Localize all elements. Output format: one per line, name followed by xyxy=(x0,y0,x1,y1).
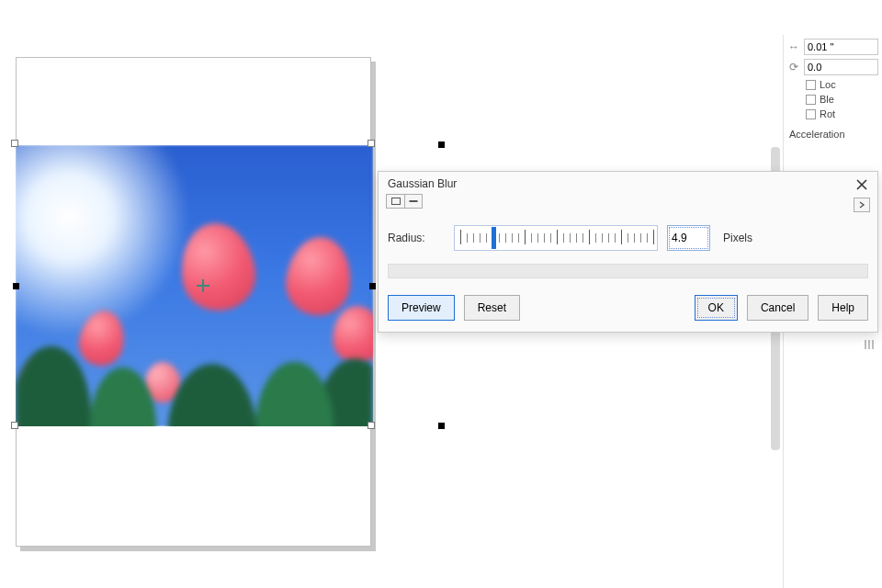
collapse-button[interactable] xyxy=(404,194,423,209)
collapse-icon xyxy=(409,198,418,205)
selection-handle-n[interactable] xyxy=(438,141,445,148)
selection-handle-se[interactable] xyxy=(368,422,375,429)
selection-handle-s[interactable] xyxy=(438,423,445,429)
help-button[interactable]: Help xyxy=(818,295,868,321)
radius-slider[interactable] xyxy=(454,225,658,251)
blend-checkbox[interactable]: Ble xyxy=(806,94,882,105)
expand-button[interactable] xyxy=(386,194,404,209)
blend-label: Ble xyxy=(820,94,834,105)
progress-bar xyxy=(388,264,868,278)
close-icon xyxy=(856,179,867,190)
width-field[interactable] xyxy=(804,39,878,55)
width-icon: ↔ xyxy=(787,41,800,52)
rotate-field[interactable] xyxy=(804,59,878,75)
gaussian-blur-dialog: Gaussian Blur Radius: Pixels Preview Res… xyxy=(378,171,878,333)
svg-rect-3 xyxy=(410,200,418,202)
preview-button[interactable]: Preview xyxy=(388,295,455,321)
close-button[interactable] xyxy=(854,176,870,193)
rotate-label: Rot xyxy=(820,108,835,119)
chevron-right-icon xyxy=(858,201,865,209)
expand-icon xyxy=(391,198,401,205)
lock-label: Loc xyxy=(820,79,836,90)
more-options-button[interactable] xyxy=(854,198,870,212)
acceleration-section-label: Acceleration xyxy=(789,129,876,140)
selection-handle-w[interactable] xyxy=(13,283,19,289)
radius-label: Radius: xyxy=(388,232,445,244)
selection-handle-ne[interactable] xyxy=(368,140,375,147)
selection-handle-nw[interactable] xyxy=(11,140,18,147)
lock-checkbox[interactable]: Loc xyxy=(806,79,882,90)
dialog-toolbar xyxy=(386,194,877,209)
radius-input[interactable] xyxy=(667,225,710,251)
dialog-title: Gaussian Blur xyxy=(379,172,877,192)
svg-rect-2 xyxy=(391,198,400,205)
cancel-button[interactable]: Cancel xyxy=(747,295,808,321)
slider-thumb[interactable] xyxy=(492,227,496,249)
rotate-checkbox[interactable]: Rot xyxy=(806,108,882,119)
rotate-icon: ⟳ xyxy=(787,62,800,73)
radius-unit: Pixels xyxy=(723,232,752,244)
canvas-image[interactable] xyxy=(16,145,373,426)
selection-handle-sw[interactable] xyxy=(11,422,18,429)
ok-button[interactable]: OK xyxy=(695,295,738,321)
panel-grip-icon[interactable] xyxy=(860,338,878,351)
selection-handle-e[interactable] xyxy=(369,283,376,289)
reset-button[interactable]: Reset xyxy=(464,295,520,321)
